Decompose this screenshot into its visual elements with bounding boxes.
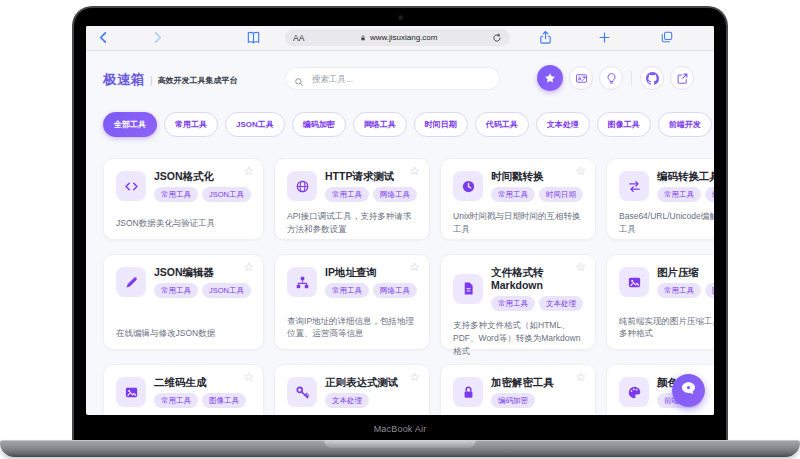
tool-card[interactable]: 加密解密工具编码加密☆ [440,364,596,415]
card-title: IP地址查询 [325,266,417,279]
favorite-star-icon[interactable]: ☆ [575,165,586,177]
card-title-block: 文件格式转Markdown常用工具文本处理 [491,266,583,311]
favorite-star-icon[interactable]: ☆ [575,371,586,383]
card-header: HTTP请求测试常用工具网络工具 [287,170,417,202]
lightbulb-icon [605,72,618,85]
card-description: 查询IP地址的详细信息，包括地理位置、运营商等信息 [287,307,417,341]
card-header: 加密解密工具编码加密 [453,376,583,408]
card-title: JSON格式化 [154,170,251,183]
laptop-base [0,440,800,457]
tool-card[interactable]: 编码转换工具常用工具编码加密☆Base64/URL/Unicode编解码转换工具 [606,158,714,240]
favorite-star-icon[interactable]: ☆ [409,261,420,273]
card-title: JSON编辑器 [154,266,251,279]
tool-card[interactable]: IP地址查询常用工具网络工具☆查询IP地址的详细信息，包括地理位置、运营商等信息 [274,254,430,350]
tool-card[interactable]: JSON编辑器常用工具JSON工具☆在线编辑与修改JSON数据 [103,254,264,350]
card-tags: 常用工具JSON工具 [154,283,251,298]
external-link-button[interactable] [670,66,694,90]
card-header: 正则表达式测试文本处理 [287,376,417,408]
card-title: 二维码生成 [154,376,246,389]
favorites-button[interactable] [537,65,563,91]
card-tags: 常用工具网络工具 [325,187,417,202]
favorite-star-icon[interactable]: ☆ [243,261,254,273]
tag-badge: 图像工具 [705,283,714,298]
back-icon[interactable] [96,30,111,45]
card-title-block: JSON编辑器常用工具JSON工具 [154,266,251,298]
tool-card[interactable]: 时间戳转换常用工具时间日期☆Unix时间戳与日期时间的互相转换工具 [440,158,596,240]
favorite-star-icon[interactable]: ☆ [409,371,420,383]
tool-card[interactable]: JSON格式化常用工具JSON工具☆JSON数据美化与验证工具 [103,158,264,240]
language-button[interactable] [569,66,593,90]
favorite-star-icon[interactable]: ☆ [409,165,420,177]
tag-badge: 图像工具 [202,393,246,408]
card-header: IP地址查询常用工具网络工具 [287,266,417,298]
filter-tab-9[interactable]: 前端开发 [658,112,712,137]
header-divider [631,71,632,85]
card-title: 时间戳转换 [491,170,583,183]
tool-card[interactable]: 文件格式转Markdown常用工具文本处理☆支持多种文件格式（如HTML、PDF… [440,254,596,350]
filter-tab-5[interactable]: 时间日期 [414,112,468,137]
header-actions [537,65,694,91]
tool-card[interactable]: HTTP请求测试常用工具网络工具☆API接口调试工具，支持多种请求方法和参数设置 [274,158,430,240]
tag-badge: 常用工具 [491,296,535,311]
tool-card[interactable]: 图片压缩常用工具图像工具☆纯前端实现的图片压缩工具，支持多种格式 [606,254,714,350]
card-header: JSON格式化常用工具JSON工具 [116,170,251,202]
filter-tab-6[interactable]: 代码工具 [475,112,529,137]
swap-icon [619,171,649,201]
card-title: HTTP请求测试 [325,170,417,183]
theme-button[interactable] [599,66,623,90]
filter-tab-3[interactable]: 编码加密 [292,112,346,137]
tool-card[interactable]: 正则表达式测试文本处理☆ [274,364,430,415]
image-icon [619,267,649,297]
card-tags: 常用工具图像工具 [657,283,714,298]
macbook-mockup: AA www.jisuxiang.com [0,0,800,459]
site-logo[interactable]: 极速箱 [103,71,145,89]
search-input[interactable] [285,67,500,90]
filter-tab-7[interactable]: 文本处理 [536,112,590,137]
tag-badge: 常用工具 [154,393,198,408]
reload-icon[interactable] [492,33,502,43]
forward-icon[interactable] [150,30,165,45]
favorite-star-icon[interactable]: ☆ [575,261,586,273]
tool-card[interactable]: 二维码生成常用工具图像工具☆ [103,364,264,415]
screen-content: AA www.jisuxiang.com [86,26,714,415]
card-description: 支持多种文件格式（如HTML、PDF、Word等）转换为Markdown格式 [453,311,583,357]
logo-divider: | [150,75,153,86]
address-bar[interactable]: AA www.jisuxiang.com [285,29,510,46]
card-title: 编码转换工具 [657,170,714,183]
card-title: 文件格式转Markdown [491,266,583,292]
filter-tab-1[interactable]: 常用工具 [164,112,218,137]
url-text: www.jisuxiang.com [370,33,438,42]
card-tags: 常用工具编码加密 [657,187,714,202]
filter-tab-8[interactable]: 图像工具 [597,112,651,137]
card-description: 在线编辑与修改JSON数据 [116,319,251,340]
tag-badge: 常用工具 [657,187,701,202]
card-title-block: 图片压缩常用工具图像工具 [657,266,714,298]
filter-tab-2[interactable]: JSON工具 [225,112,285,137]
favorite-star-icon[interactable]: ☆ [243,165,254,177]
edit-icon [116,267,146,297]
card-title-block: 时间戳转换常用工具时间日期 [491,170,583,202]
github-button[interactable] [640,66,664,90]
share-icon[interactable] [538,30,553,45]
card-header: 二维码生成常用工具图像工具 [116,376,251,408]
new-tab-icon[interactable] [598,31,611,44]
file-icon [453,274,483,304]
card-header: 文件格式转Markdown常用工具文本处理 [453,266,583,311]
card-tags: 常用工具图像工具 [154,393,246,408]
filter-tab-0[interactable]: 全部工具 [103,112,157,137]
card-title: 加密解密工具 [491,376,554,389]
tab-overview-icon[interactable] [660,30,674,44]
bookmarks-icon[interactable] [246,30,261,45]
favorite-star-icon[interactable]: ☆ [243,371,254,383]
key-icon [287,377,317,407]
webcam-dot [398,15,403,20]
tag-badge: JSON工具 [202,187,251,202]
card-title-block: 加密解密工具编码加密 [491,376,554,408]
chat-fab-button[interactable] [672,374,705,407]
card-description: API接口调试工具，支持多种请求方法和参数设置 [287,202,417,236]
globe-icon [287,171,317,201]
filter-tab-4[interactable]: 网络工具 [353,112,407,137]
card-title: 图片压缩 [657,266,714,279]
external-link-icon [676,72,689,85]
reader-button[interactable]: AA [293,33,304,43]
